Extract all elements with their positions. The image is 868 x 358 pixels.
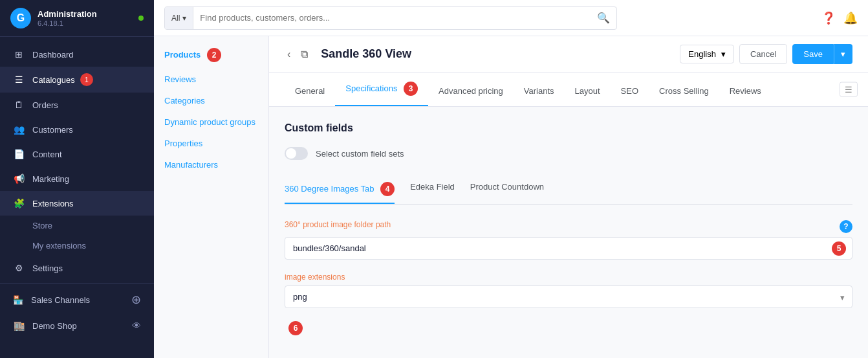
sub-tab-360-degree[interactable]: 360 Degree Images Tab 4 [285, 175, 395, 204]
sidebar-label-extensions: Extensions [32, 199, 74, 208]
sidebar-item-settings[interactable]: ⚙ Settings [0, 256, 154, 280]
custom-field-sets-toggle[interactable] [285, 147, 308, 160]
sidebar-label-customers: Customers [32, 125, 73, 135]
cancel-button[interactable]: Cancel [739, 44, 787, 64]
sidebar: G Administration 6.4.18.1 ⊞ Dashboard ☰ … [0, 0, 154, 358]
nav-copy-button[interactable]: ⧉ [298, 46, 310, 63]
sub-tab-label-countdown: Product Countdown [470, 182, 544, 192]
sidebar-sales-channels[interactable]: 🏪 Sales Channels ⊕ [0, 286, 154, 313]
sub-tab-product-countdown[interactable]: Product Countdown [470, 175, 544, 204]
submenu-item-properties[interactable]: Properties [154, 133, 268, 154]
help-button[interactable]: ❓ [821, 11, 836, 25]
tab-general[interactable]: General [285, 77, 335, 106]
tab-layout[interactable]: Layout [565, 77, 611, 106]
folder-path-field-group: 360° product image folder path ? 5 [285, 220, 852, 260]
language-selector[interactable]: English ▾ [680, 45, 734, 63]
sidebar-header: G Administration 6.4.18.1 [0, 0, 154, 37]
save-button[interactable]: Save [792, 44, 834, 64]
demo-shop-visibility-icon[interactable]: 👁 [132, 320, 141, 331]
sidebar-item-marketing[interactable]: 📢 Marketing [0, 166, 154, 191]
orders-icon: 🗒 [13, 99, 25, 111]
tabs-bar: General Specifications 3 Advanced pricin… [269, 73, 868, 107]
sub-tab-edeka-field[interactable]: Edeka Field [410, 175, 455, 204]
submenu-label-manufacturers: Manufacturers [164, 160, 218, 170]
tabs-list-button[interactable]: ☰ [840, 82, 858, 97]
sidebar-label-marketing: Marketing [32, 174, 69, 184]
scroll-content: Custom fields Select custom field sets 3… [269, 107, 868, 358]
folder-path-input[interactable] [285, 237, 852, 260]
submenu-label-categories: Categories [164, 96, 205, 106]
search-filter-chevron: ▾ [182, 14, 186, 23]
sidebar-sublabel-my-extensions: My extensions [32, 241, 86, 251]
extensions-icon: 🧩 [13, 197, 25, 209]
submenu-item-dynamic-product-groups[interactable]: Dynamic product groups [154, 111, 268, 133]
dashboard-icon: ⊞ [13, 49, 25, 60]
submenu-item-categories[interactable]: Categories [154, 90, 268, 111]
tab-cross-selling[interactable]: Cross Selling [649, 77, 719, 106]
sidebar-item-content[interactable]: 📄 Content [0, 142, 154, 166]
catalogues-badge: 1 [80, 73, 93, 86]
search-filter-value: All [171, 14, 180, 23]
submenu-label-properties: Properties [164, 139, 202, 148]
submenu-item-manufacturers[interactable]: Manufacturers [154, 154, 268, 175]
folder-path-header-row: 360° product image folder path ? [285, 220, 852, 233]
page-title: Sandle 360 View [321, 47, 680, 61]
notifications-button[interactable]: 🔔 [843, 11, 858, 25]
sidebar-item-extensions[interactable]: 🧩 Extensions [0, 191, 154, 216]
sidebar-subitem-my-extensions[interactable]: My extensions [0, 236, 154, 256]
tab-label-specifications: Specifications [345, 84, 397, 93]
image-extensions-label: image extensions [285, 273, 852, 282]
submenu-item-reviews[interactable]: Reviews [154, 69, 268, 90]
step6-area: 6 [285, 321, 852, 335]
search-button[interactable]: 🔍 [591, 12, 616, 24]
image-extensions-select[interactable]: png jpg jpeg gif webp [285, 285, 852, 308]
add-sales-channel-icon[interactable]: ⊕ [131, 293, 141, 307]
tab-reviews[interactable]: Reviews [719, 77, 772, 106]
sidebar-item-catalogues[interactable]: ☰ Catalogues 1 [0, 67, 154, 93]
custom-fields-title: Custom fields [285, 122, 852, 134]
tab-label-general: General [295, 86, 325, 96]
folder-path-help-icon[interactable]: ? [840, 220, 852, 233]
page-content: ‹ ⧉ Sandle 360 View English ▾ Cancel Sav… [269, 36, 868, 358]
toggle-row: Select custom field sets [285, 147, 852, 160]
folder-path-input-wrapper: 5 [285, 237, 852, 260]
sidebar-label-settings: Settings [32, 263, 63, 273]
image-extensions-field-group: image extensions png jpg jpeg gif webp [285, 273, 852, 308]
sub-tab-label-edeka: Edeka Field [410, 182, 455, 192]
tab-label-seo: SEO [621, 86, 638, 96]
catalogues-icon: ☰ [13, 74, 25, 85]
app-name: Administration [38, 9, 97, 20]
image-extensions-select-wrapper: png jpg jpeg gif webp [285, 285, 852, 308]
search-input[interactable] [193, 13, 591, 23]
page-header-actions: English ▾ Cancel Save ▾ [680, 44, 852, 64]
sidebar-item-demo-shop[interactable]: 🏬 Demo Shop 👁 [0, 313, 154, 338]
tab-seo[interactable]: SEO [611, 77, 649, 106]
sidebar-item-customers[interactable]: 👥 Customers [0, 117, 154, 142]
sidebar-divider [0, 283, 154, 284]
sidebar-subitem-store[interactable]: Store [0, 216, 154, 236]
sidebar-label-demo-shop: Demo Shop [32, 321, 77, 331]
submenu: Products 2 Reviews Categories Dynamic pr… [154, 36, 269, 358]
sidebar-item-dashboard[interactable]: ⊞ Dashboard [0, 42, 154, 67]
tab-advanced-pricing[interactable]: Advanced pricing [428, 77, 514, 106]
topbar: All ▾ 🔍 ❓ 🔔 [154, 0, 868, 36]
tab-label-reviews: Reviews [730, 86, 761, 96]
demo-shop-icon: 🏬 [13, 320, 25, 331]
sidebar-label-dashboard: Dashboard [32, 50, 74, 60]
tab-label-variants: Variants [524, 86, 554, 96]
submenu-label-dynamic-product-groups: Dynamic product groups [164, 117, 255, 127]
settings-icon: ⚙ [13, 262, 25, 274]
language-chevron: ▾ [721, 49, 726, 59]
tab-label-advanced-pricing: Advanced pricing [439, 86, 503, 96]
nav-back-button[interactable]: ‹ [285, 46, 293, 63]
tab-variants[interactable]: Variants [514, 77, 565, 106]
app-info: Administration 6.4.18.1 [38, 9, 97, 28]
sidebar-label-content: Content [32, 150, 62, 159]
search-filter-dropdown[interactable]: All ▾ [165, 7, 193, 29]
save-button-group: Save ▾ [792, 44, 852, 64]
step-badge-6: 6 [288, 321, 303, 335]
save-dropdown-button[interactable]: ▾ [834, 44, 852, 64]
sidebar-item-orders[interactable]: 🗒 Orders [0, 93, 154, 117]
tab-specifications[interactable]: Specifications 3 [335, 73, 428, 106]
submenu-item-products[interactable]: Products 2 [154, 41, 268, 69]
